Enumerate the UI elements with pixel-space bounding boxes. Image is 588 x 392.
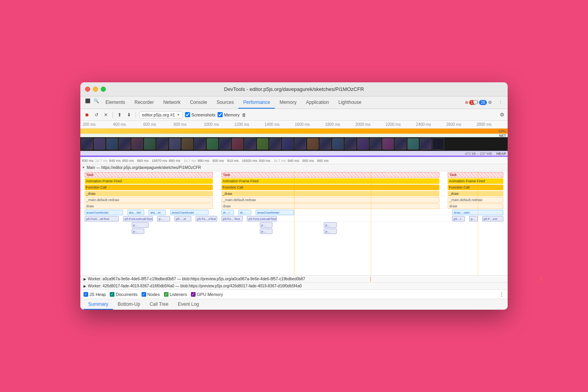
anim-frame-1[interactable]: Animation Frame Fired: [85, 178, 213, 184]
record-button[interactable]: ⏺: [83, 111, 91, 118]
charmodel-1[interactable]: drawCharModel: [85, 210, 123, 215]
checkbox-jsheap[interactable]: ✓ JS Heap: [83, 292, 106, 297]
p5font-2[interactable]: p5.Font.extrudeText: [123, 216, 153, 221]
screenshot-19: [307, 138, 319, 150]
p5font-4[interactable]: p5….xt: [174, 216, 192, 221]
p5font-3[interactable]: p…: [157, 216, 170, 221]
tab-network[interactable]: Network: [158, 96, 185, 109]
charmodel-2[interactable]: dra…del: [127, 210, 145, 215]
tab-console[interactable]: Console: [185, 96, 212, 109]
options-icon[interactable]: ⋮: [499, 291, 505, 298]
draw-3[interactable]: _draw: [448, 191, 503, 196]
charmodel-4[interactable]: drawCharModel: [170, 210, 209, 215]
checkbox-documents[interactable]: ✓ Documents: [110, 292, 138, 297]
p5font-5[interactable]: p5.Fo…eText: [196, 216, 217, 221]
charmodel-3[interactable]: dra…el: [149, 210, 166, 215]
screenshot-5: [131, 138, 143, 150]
task-block-2[interactable]: Task: [221, 172, 439, 178]
redraw-1[interactable]: _main.default.redraw: [85, 197, 213, 203]
charmodel-5[interactable]: dr…l: [221, 210, 234, 215]
clear-button[interactable]: ✕: [102, 111, 109, 118]
tab-calltree[interactable]: Call Tree: [145, 299, 173, 310]
task-row-charmodel: drawCharModel dra…del dra…el drawCharMod…: [80, 209, 508, 215]
memory-checkbox[interactable]: Memory: [218, 112, 240, 117]
screenshot-28: [420, 138, 432, 150]
task-block-1[interactable]: Task: [85, 172, 213, 178]
p5font-1[interactable]: p5.Font…deText: [85, 216, 119, 221]
draw-2[interactable]: _draw: [221, 191, 439, 196]
url-selector[interactable]: editor.p5js.org #1 ▼: [139, 111, 183, 118]
dock-icon[interactable]: ⬛: [83, 96, 92, 105]
trash-button[interactable]: 🗑: [242, 113, 246, 117]
screenshots-checkbox[interactable]: Screenshots: [185, 112, 215, 117]
tick-1600ms: 1600 ms: [294, 122, 324, 127]
window-title: DevTools - editor.p5js.org/davepagurek/s…: [224, 86, 364, 92]
func-call-2[interactable]: Function Call: [221, 185, 439, 190]
tab-elements[interactable]: Elements: [101, 96, 130, 109]
func-call-3[interactable]: Function Call: [448, 185, 503, 190]
anim-frame-2[interactable]: Animation Frame Fired: [221, 178, 439, 184]
charmodel-7[interactable]: drawCharModel: [256, 210, 294, 215]
capture-settings-button[interactable]: ⚙: [500, 112, 505, 118]
charmodel-8[interactable]: draw…odel: [452, 210, 503, 215]
draw2-1[interactable]: draw: [85, 203, 213, 209]
reload-profile-button[interactable]: ↺: [93, 111, 100, 118]
p5font-6[interactable]: p5.Fo…Text: [221, 216, 243, 221]
checkbox-listeners[interactable]: ✓ Listeners: [164, 292, 187, 297]
screenshot-9: [181, 138, 193, 150]
tab-summary[interactable]: Summary: [83, 299, 113, 310]
separator-2: [136, 112, 136, 118]
tab-performance[interactable]: Performance: [238, 96, 275, 109]
screenshot-last: [432, 138, 444, 150]
screenshot-21: [332, 138, 344, 150]
tab-bottomup[interactable]: Bottom-Up: [113, 299, 145, 310]
screenshot-12: [219, 138, 231, 150]
main-section-header[interactable]: ▼ Main — https://editor.p5js.org/davepag…: [80, 164, 508, 171]
tab-memory[interactable]: Memory: [275, 96, 301, 109]
draw-1[interactable]: _draw: [85, 191, 213, 196]
func-call-1[interactable]: Function Call: [85, 185, 213, 190]
close-button[interactable]: [85, 87, 90, 92]
checkbox-nodes[interactable]: ✓ Nodes: [142, 292, 160, 297]
screenshot-25: [382, 138, 394, 150]
tick-800ms: 800 ms: [173, 122, 203, 127]
screenshot-14: [244, 138, 256, 150]
settings-button[interactable]: ⚙: [486, 98, 494, 107]
redraw-3[interactable]: _main.default.redraw: [448, 197, 503, 203]
p5font-10[interactable]: p5.F…ext: [482, 216, 504, 221]
p5font-9[interactable]: p…: [469, 216, 478, 221]
tab-lighthouse[interactable]: Lighthouse: [334, 96, 366, 109]
separator-1: [113, 112, 113, 118]
main-section-label: Main — https://editor.p5js.org/davepagur…: [87, 165, 201, 170]
charmodel-6[interactable]: dr…: [238, 210, 251, 215]
tick-1000ms: 1000 ms: [203, 122, 233, 127]
screenshot-18: [294, 138, 306, 150]
tasks-area[interactable]: Task Task Task Animation Frame Fired Ani…: [80, 171, 508, 275]
tick-600ms: 600 ms: [143, 122, 173, 127]
tab-sources[interactable]: Sources: [212, 96, 238, 109]
maximize-button[interactable]: [101, 87, 106, 92]
task-row-redraw: _main.default.redraw _main.default.redra…: [80, 196, 508, 203]
nav-tabs: ⬛ 🔍 Elements Recorder Network Console So…: [80, 96, 508, 109]
more-button[interactable]: ⋮: [496, 98, 505, 107]
nav-icons: ⊗ 1 💬 28 ⚙ ⋮: [465, 96, 505, 109]
screenshot-3: [106, 138, 118, 150]
anim-frame-3[interactable]: Animation Frame Fired: [448, 178, 503, 184]
minimize-button[interactable]: [93, 87, 98, 92]
tab-application[interactable]: Application: [301, 96, 334, 109]
p5font-7[interactable]: p5.Font.extrudeText: [247, 216, 277, 221]
checkbox-gpumemory[interactable]: ✓ GPU Memory: [191, 292, 223, 297]
task-block-3[interactable]: Task: [448, 172, 503, 178]
screenshot-17: [282, 138, 294, 150]
redraw-2[interactable]: _main.default.redraw: [221, 197, 439, 203]
draw2-2[interactable]: draw: [221, 203, 439, 209]
draw2-3[interactable]: draw: [448, 203, 503, 209]
tab-recorder[interactable]: Recorder: [130, 96, 158, 109]
inspect-icon[interactable]: 🔍: [92, 96, 101, 105]
p5font-8[interactable]: p5…t: [452, 216, 465, 221]
download-button[interactable]: ⬇: [125, 111, 132, 118]
tick-1400ms: 1400 ms: [264, 122, 294, 127]
tab-eventlog[interactable]: Event Log: [173, 299, 204, 310]
upload-button[interactable]: ⬆: [116, 111, 123, 118]
cpu-fill: [80, 129, 508, 134]
